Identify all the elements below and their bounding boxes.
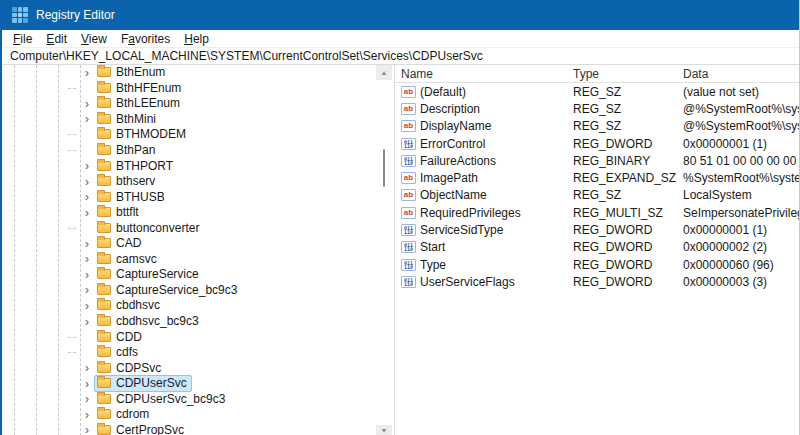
tree-item-target[interactable]: BTHPORT [94,158,178,175]
tree-item[interactable]: › BthPan [2,143,375,159]
tree-item-target[interactable]: CDD [94,329,147,346]
tree-item-target[interactable]: CDPUserSvc [94,375,192,392]
tree-item[interactable]: › CAD [2,236,375,252]
value-row[interactable]: Start REG_DWORD 0x00000002 (2) [395,239,799,256]
tree-item[interactable]: › CDD [2,329,375,345]
tree-item-target[interactable]: BTHMODEM [94,126,191,143]
tree-item-target[interactable]: BthEnum [94,65,170,81]
chevron-right-icon[interactable]: › [80,99,94,109]
tree-item-target[interactable]: CaptureService [94,266,204,283]
tree-item[interactable]: › CDPUserSvc [2,376,375,392]
tree-item-target[interactable]: cbdhsvc_bc9c3 [94,313,204,330]
value-row[interactable]: ErrorControl REG_DWORD 0x00000001 (1) [395,135,799,152]
tree-item[interactable]: › bthserv [2,174,375,190]
tree-item[interactable]: › cdfs [2,345,375,361]
value-row[interactable]: (Default) REG_SZ (value not set) [395,83,799,100]
chevron-right-icon[interactable]: › [80,410,94,420]
chevron-right-icon[interactable]: › [80,208,94,218]
address-bar[interactable]: Computer\HKEY_LOCAL_MACHINE\SYSTEM\Curre… [2,47,799,65]
chevron-right-icon[interactable]: › [80,270,94,280]
tree-item-label: CDPSvc [116,361,161,375]
tree-item[interactable]: › CDPSvc [2,360,375,376]
tree-item-target[interactable]: bttflt [94,204,144,221]
column-header-type[interactable]: Type [573,67,683,81]
tree-item[interactable]: › CertPropSvc [2,423,375,435]
chevron-right-icon[interactable]: › [80,301,94,311]
menu-item[interactable]: Favorites [114,32,177,46]
value-row[interactable]: DisplayName REG_SZ @%SystemRoot%\system3… [395,118,799,135]
menu-item[interactable]: Help [177,32,216,46]
chevron-right-icon[interactable]: › [80,114,94,124]
tree-item[interactable]: › buttonconverter [2,220,375,236]
tree-item-target[interactable]: cdrom [94,406,154,423]
value-row[interactable]: Description REG_SZ @%SystemRoot%\system3… [395,100,799,117]
tree-item[interactable]: › BthEnum [2,65,375,81]
tree-item[interactable]: › camsvc [2,252,375,268]
tree-item-target[interactable]: cdfs [94,344,143,361]
scroll-down-icon[interactable]: ▼ [376,425,392,435]
tree-item[interactable]: › BthLEEnum [2,96,375,112]
tree-item[interactable]: › BthHFEnum [2,81,375,97]
value-data: 0x00000001 (1) [683,223,799,237]
menu-item[interactable]: File [6,32,39,46]
chevron-right-icon[interactable]: › [80,192,94,202]
tree-scrollbar[interactable]: ▲ ▼ [376,65,392,435]
tree-item[interactable]: › CaptureService_bc9c3 [2,283,375,299]
tree-item[interactable]: › BTHMODEM [2,127,375,143]
column-header-data[interactable]: Data [683,67,799,81]
chevron-right-icon[interactable]: › [80,161,94,171]
tree-item-target[interactable]: CDPUserSvc_bc9c3 [94,391,230,408]
menu-item[interactable]: Edit [39,32,74,46]
chevron-right-icon[interactable]: › [80,394,94,404]
value-type-icon [401,276,416,288]
tree-item-target[interactable]: buttonconverter [94,220,204,237]
value-row[interactable]: ObjectName REG_SZ LocalSystem [395,187,799,204]
chevron-right-icon[interactable]: › [80,177,94,187]
chevron-right-icon[interactable]: › [80,317,94,327]
value-row[interactable]: ImagePath REG_EXPAND_SZ %SystemRoot%\sys… [395,169,799,186]
tree-item-label: cdrom [116,407,149,421]
chevron-right-icon[interactable]: › [80,285,94,295]
tree-item[interactable]: › bttflt [2,205,375,221]
tree-item-target[interactable]: bthserv [94,173,160,190]
tree-item-target[interactable]: BTHUSB [94,189,170,206]
tree-item-target[interactable]: BthLEEnum [94,95,185,112]
value-type: REG_DWORD [573,258,683,272]
value-row[interactable]: UserServiceFlags REG_DWORD 0x00000003 (3… [395,273,799,290]
tree-item[interactable]: › cbdhsvc_bc9c3 [2,314,375,330]
value-name: UserServiceFlags [420,275,515,289]
tree-item[interactable]: › cbdhsvc [2,298,375,314]
tree-item-label: BthHFEnum [116,81,181,95]
tree-item-target[interactable]: camsvc [94,251,162,268]
chevron-right-icon[interactable]: › [80,425,94,435]
chevron-right-icon[interactable]: › [80,363,94,373]
tree-item[interactable]: › BTHPORT [2,158,375,174]
tree-item[interactable]: › BTHUSB [2,189,375,205]
tree-item-target[interactable]: BthHFEnum [94,80,186,97]
scroll-up-icon[interactable]: ▲ [376,65,392,80]
tree-item[interactable]: › cdrom [2,407,375,423]
window-title: Registry Editor [36,8,115,22]
value-row[interactable]: ServiceSidType REG_DWORD 0x00000001 (1) [395,221,799,238]
tree-item-target[interactable]: BthMini [94,111,161,128]
chevron-right-icon[interactable]: › [80,239,94,249]
value-row[interactable]: RequiredPrivileges REG_MULTI_SZ SeImpers… [395,204,799,221]
value-row[interactable]: FailureActions REG_BINARY 80 51 01 00 00… [395,152,799,169]
tree-item-target[interactable]: cbdhsvc [94,297,165,314]
tree-item[interactable]: › CaptureService [2,267,375,283]
tree-item[interactable]: › BthMini [2,112,375,128]
tree-item-target[interactable]: CAD [94,235,146,252]
value-row[interactable]: Type REG_DWORD 0x00000060 (96) [395,256,799,273]
tree-item[interactable]: › CDPUserSvc_bc9c3 [2,391,375,407]
menu-item[interactable]: View [74,32,114,46]
tree-item-target[interactable]: CertPropSvc [94,422,189,435]
chevron-right-icon[interactable]: › [80,68,94,78]
tree-item-target[interactable]: BthPan [94,142,160,159]
chevron-right-icon[interactable]: › [80,379,94,389]
folder-icon [97,409,111,419]
scrollbar-thumb[interactable] [383,149,385,187]
chevron-right-icon[interactable]: › [80,254,94,264]
tree-item-target[interactable]: CDPSvc [94,360,166,377]
column-header-name[interactable]: Name [401,67,573,81]
tree-item-target[interactable]: CaptureService_bc9c3 [94,282,242,299]
